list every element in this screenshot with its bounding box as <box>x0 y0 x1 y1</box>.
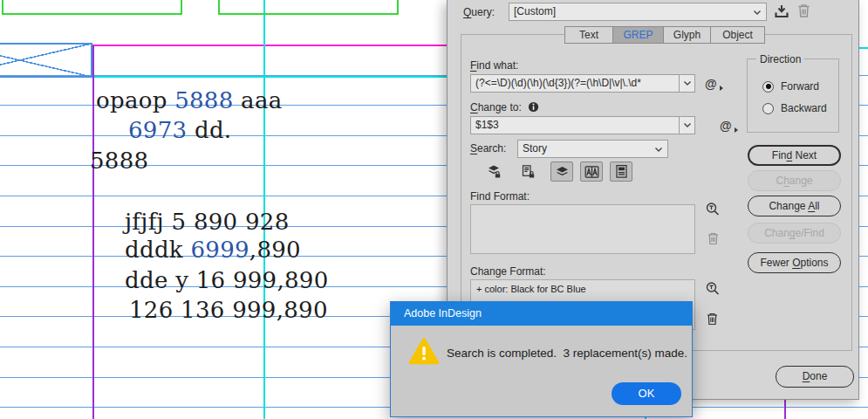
text-segment: aaa <box>234 87 283 113</box>
query-value: [Custom] <box>509 3 766 20</box>
change-button: Change <box>748 170 841 191</box>
text-segment: 6973 <box>128 117 187 143</box>
document-text-line: jfjfj 5 890 928 <box>125 210 290 233</box>
chevron-down-icon[interactable] <box>679 75 694 92</box>
document-text-line: dddk 6999,890 <box>125 238 301 261</box>
text-segment: dddk <box>125 237 190 263</box>
footnotes-icon <box>614 164 629 179</box>
include-locked-layers-toggle[interactable] <box>482 161 505 182</box>
text-segment: jfjfj 5 890 928 <box>125 209 290 235</box>
done-button[interactable]: Done <box>776 366 854 388</box>
include-master-pages-toggle[interactable] <box>580 161 603 182</box>
change-find-button: Change/Find <box>748 223 841 244</box>
include-hidden-layers-toggle[interactable] <box>550 161 573 182</box>
document-text-line: dde y 16 999,890 <box>125 269 329 292</box>
search-scope-label: Search: <box>470 142 506 155</box>
chevron-down-icon <box>753 10 762 16</box>
clear-find-format-trash-icon <box>707 231 720 246</box>
direction-forward-option[interactable]: Forward <box>762 80 819 93</box>
search-scope-value: Story <box>518 141 667 157</box>
include-locked-stories-toggle[interactable] <box>516 161 539 182</box>
find-format-box <box>470 204 695 254</box>
special-characters-menu-icon[interactable]: @ <box>720 119 732 133</box>
tab-glyph[interactable]: Glyph <box>663 26 710 44</box>
change-format-label: Change Format: <box>470 265 546 278</box>
info-icon <box>528 101 539 113</box>
master-pages-aa-icon <box>584 165 599 179</box>
text-segment: dd. <box>187 117 231 143</box>
ok-button[interactable]: OK <box>612 382 681 405</box>
radio-forward[interactable] <box>762 81 774 93</box>
text-segment: 126 136 999,890 <box>129 297 328 323</box>
text-segment: 6999 <box>190 237 249 263</box>
text-segment: dde y 16 999,890 <box>125 267 329 293</box>
specify-find-format-icon[interactable] <box>705 202 721 218</box>
find-change-tabs: Text GREP Glyph Object <box>564 26 765 44</box>
find-format-value <box>471 205 694 212</box>
chevron-down-icon[interactable] <box>679 117 694 134</box>
backward-label: Backward <box>781 102 827 114</box>
change-to-input[interactable]: $1$3 <box>470 116 695 134</box>
include-footnotes-toggle[interactable] <box>610 161 632 182</box>
tab-grep[interactable]: GREP <box>612 26 663 44</box>
specify-change-format-icon[interactable] <box>705 281 721 298</box>
text-segment: ,890 <box>249 237 301 263</box>
layers-lock-icon <box>487 164 502 179</box>
layers-icon <box>555 164 570 179</box>
alert-message: Search is completed. 3 replacement(s) ma… <box>447 347 687 360</box>
alert-dialog: Adobe InDesign Search is completed. 3 re… <box>390 301 693 417</box>
save-query-icon[interactable] <box>773 3 790 20</box>
query-dropdown[interactable]: [Custom] <box>509 3 767 21</box>
text-segment: opaop <box>96 87 174 113</box>
document-text-line: 6973 dd. <box>128 119 231 141</box>
text-segment: 5888 <box>90 148 148 174</box>
find-next-button[interactable]: Find Next <box>748 145 841 166</box>
tab-text[interactable]: Text <box>564 26 612 44</box>
search-scope-dropdown[interactable]: Story <box>517 140 668 158</box>
direction-backward-option[interactable]: Backward <box>762 102 827 114</box>
find-format-label: Find Format: <box>470 190 530 203</box>
change-all-button[interactable]: Change All <box>748 196 841 216</box>
tab-object[interactable]: Object <box>710 26 765 44</box>
find-what-value: (?<=\D)(\d)(\h)(\d{3})(?=(\h\D|\v|\.\d* <box>471 75 694 92</box>
find-what-input[interactable]: (?<=\D)(\d)(\h)(\d{3})(?=(\h\D|\v|\.\d* <box>470 74 695 93</box>
change-format-value: + color: Black for BC Blue <box>471 280 694 298</box>
direction-label: Direction <box>756 53 804 65</box>
find-what-label: Find what: <box>470 59 518 72</box>
chevron-down-icon <box>654 147 663 153</box>
delete-query-trash-icon <box>796 3 811 19</box>
indesign-workspace: opaop 5888 aaa6973 dd.5888jfjfj 5 890 92… <box>0 0 868 419</box>
document-text-line: 5888 <box>90 149 148 172</box>
forward-label: Forward <box>781 80 819 93</box>
special-characters-menu-icon[interactable]: @ <box>705 77 717 91</box>
story-lock-icon <box>521 164 536 179</box>
fewer-options-button[interactable]: Fewer Options <box>748 252 841 273</box>
document-text-line: opaop 5888 aaa <box>96 89 283 112</box>
change-to-value: $1$3 <box>471 117 694 134</box>
text-segment: 5888 <box>174 87 233 113</box>
alert-title-bar: Adobe InDesign <box>391 302 692 326</box>
document-text-line: 126 136 999,890 <box>129 299 328 321</box>
direction-groupbox: Direction Forward Backward <box>747 58 839 133</box>
radio-backward[interactable] <box>762 103 774 114</box>
query-label: Query: <box>463 6 495 18</box>
clear-change-format-trash-icon[interactable] <box>706 312 719 326</box>
warning-icon <box>408 337 440 366</box>
change-to-label: Change to: <box>470 101 522 113</box>
